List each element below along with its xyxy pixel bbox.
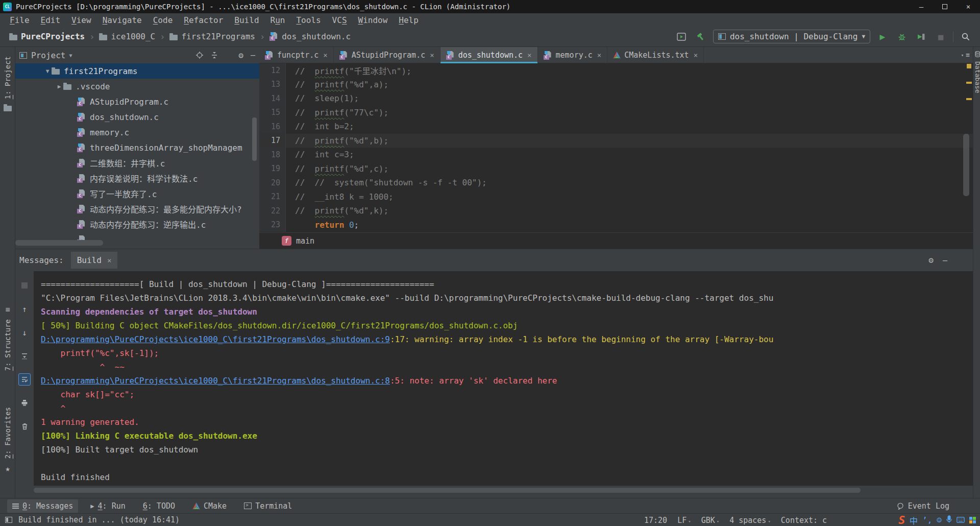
editor-line-20[interactable]: 20// // system("shutdown -s -f -t 00");	[259, 176, 973, 190]
close-icon[interactable]: ×	[694, 51, 698, 59]
tree-item-first21Programs[interactable]: ▼first21Programs	[15, 63, 259, 79]
editor-line-12[interactable]: 12// printf("千里冰封\n");	[259, 63, 973, 78]
toolwindow-button-0-messages[interactable]: 0: Messages	[7, 499, 78, 513]
menu-item-code[interactable]: Code	[148, 14, 179, 26]
ime-chinese-mode-icon[interactable]: 中	[910, 514, 918, 526]
menu-item-view[interactable]: View	[66, 14, 97, 26]
build-hammer-icon[interactable]	[694, 30, 708, 43]
tree-vertical-scrollbar[interactable]	[252, 117, 257, 161]
run-button[interactable]: ▶	[875, 30, 890, 43]
sidebar-item-structure[interactable]: ≡ 7: Structure	[0, 305, 15, 371]
stop-icon[interactable]	[18, 279, 31, 292]
print-icon[interactable]	[18, 397, 31, 409]
maximize-button[interactable]	[933, 0, 957, 13]
tree-item--.c[interactable]: C内存误差说明：科学计数法.c	[15, 171, 259, 186]
chevron-right-icon[interactable]: ▶	[55, 83, 63, 90]
editor-line-22[interactable]: 22// printf("%d",k);	[259, 204, 973, 218]
editor-line-21[interactable]: 21// __int8 k = 1000;	[259, 190, 973, 204]
tree-item-dos_shutdown.c[interactable]: Cdos_shutdown.c	[15, 109, 259, 125]
toolwindow-button-6-todo[interactable]: 6: TODO	[138, 499, 180, 513]
breadcrumb-item[interactable]: ice1000_C	[99, 32, 155, 41]
menu-item-refactor[interactable]: Refactor	[178, 14, 229, 26]
close-icon[interactable]: ×	[107, 256, 111, 265]
locate-file-icon[interactable]	[195, 51, 204, 59]
editor-line-18[interactable]: 18// int c=3;	[259, 148, 973, 162]
trash-icon[interactable]	[18, 420, 31, 433]
editor-line-23[interactable]: 23 return 0;	[259, 218, 973, 232]
keyboard-icon[interactable]	[957, 516, 965, 525]
toolwindow-button-4-run[interactable]: ▶4: Run	[85, 499, 130, 513]
editor-line-15[interactable]: 15// printf("77\c");	[259, 106, 973, 120]
code-editor[interactable]: 12// printf("千里冰封\n");13// printf("%d",a…	[259, 63, 973, 232]
close-icon[interactable]: ×	[597, 51, 601, 59]
soft-wrap-icon[interactable]	[18, 373, 31, 386]
close-icon[interactable]: ×	[527, 51, 531, 59]
hide-panel-icon[interactable]: —	[251, 51, 255, 60]
console-horizontal-scrollbar[interactable]	[34, 488, 861, 493]
toolwindow-button-cmake[interactable]: CMake	[187, 499, 232, 513]
file-link[interactable]: D:\programming\PureCProjects\ice1000_C\f…	[41, 376, 390, 386]
menu-item-window[interactable]: Window	[353, 14, 394, 26]
editor-vertical-scrollbar[interactable]	[963, 134, 969, 196]
tree-item-AStupidProgram.c[interactable]: CAStupidProgram.c	[15, 94, 259, 109]
warning-stripe-mark[interactable]	[966, 98, 972, 100]
editor-line-17[interactable]: 17// printf("%d",b);	[259, 134, 973, 148]
tree-item--.c[interactable]: C写了一半放弃了.c	[15, 186, 259, 201]
editor-line-14[interactable]: 14// sleep(1);	[259, 91, 973, 106]
tree-horizontal-scrollbar[interactable]	[15, 240, 103, 246]
tab-build[interactable]: Build ×	[71, 252, 118, 269]
arrow-up-icon[interactable]: ↑	[18, 303, 31, 315]
warning-stripe-mark[interactable]	[967, 64, 971, 68]
close-icon[interactable]: ×	[430, 51, 434, 59]
menu-item-help[interactable]: Help	[393, 14, 424, 26]
build-console[interactable]: ====================[ Build | dos_shutdo…	[34, 271, 973, 486]
tab-dos_shutdown.c[interactable]: Cdos_shutdown.c×	[440, 47, 538, 63]
file-link[interactable]: D:\programming\PureCProjects\ice1000_C\f…	[41, 334, 390, 344]
status-widget-4-spaces[interactable]: 4 spaces▾	[729, 516, 771, 525]
project-panel-title[interactable]: Project	[31, 51, 65, 60]
ime-punctuation-icon[interactable]: ’,	[922, 515, 932, 525]
collapse-all-icon[interactable]	[18, 350, 31, 362]
microphone-icon[interactable]	[946, 515, 952, 525]
gear-icon[interactable]: ⚙	[928, 255, 934, 265]
search-everywhere-icon[interactable]	[959, 30, 973, 43]
menu-item-run[interactable]: Run	[265, 14, 291, 26]
arrow-down-icon[interactable]: ↓	[18, 326, 31, 339]
menu-item-navigate[interactable]: Navigate	[97, 14, 148, 26]
tree-item-threeDimensionArray_shopManagem[interactable]: CthreeDimensionArray_shopManagem	[15, 140, 259, 155]
attach-process-button[interactable]	[914, 30, 928, 43]
breadcrumb-function-name[interactable]: main	[296, 236, 314, 246]
sidebar-item-favorites[interactable]: 2: Favorites ★	[0, 407, 15, 473]
close-icon[interactable]: ×	[323, 51, 327, 59]
hide-panel-icon[interactable]: —	[943, 255, 947, 265]
ime-emoji-icon[interactable]: ☺	[937, 515, 942, 525]
minimize-button[interactable]: –	[910, 0, 933, 13]
stop-button[interactable]: ■	[934, 30, 948, 43]
toolwindow-button-terminal[interactable]: Terminal	[239, 499, 297, 513]
tab-funcptr.c[interactable]: Cfuncptr.c×	[259, 47, 334, 63]
run-configuration-select[interactable]: dos_shutdown | Debug-Clang ▼	[713, 30, 870, 43]
tree-item--.c[interactable]: C二维数组：井字棋.c	[15, 155, 259, 171]
tab-memory.c[interactable]: Cmemory.c×	[538, 47, 608, 63]
toolwindow-run-icon[interactable]	[674, 30, 689, 43]
breadcrumb-item[interactable]: first21Programs	[169, 32, 255, 41]
toolwindow-switcher-icon[interactable]	[5, 517, 12, 523]
menu-item-file[interactable]: File	[4, 14, 35, 26]
tree-item-.vscode[interactable]: ▶.vscode	[15, 79, 259, 94]
event-log-button[interactable]: Event Log	[897, 501, 949, 511]
warning-stripe-mark[interactable]	[966, 82, 972, 84]
sogou-logo-icon[interactable]: S	[898, 514, 905, 526]
chevron-down-icon[interactable]: ▼	[43, 68, 52, 75]
breadcrumb-item[interactable]: PureCProjects	[9, 32, 85, 41]
tree-item--[interactable]: C动态内存分配练习：最多能分配内存大小?	[15, 201, 259, 217]
menu-item-build[interactable]: Build	[229, 14, 264, 26]
menu-item-tools[interactable]: Tools	[290, 14, 326, 26]
menu-item-vcs[interactable]: VCS	[327, 14, 353, 26]
tab-CMakeLists.txt[interactable]: CMakeLists.txt×	[607, 47, 704, 63]
editor-line-19[interactable]: 19// printf("%d",c);	[259, 162, 973, 176]
tree-item--.c[interactable]: C动态内存分配练习：逆序输出.c	[15, 217, 259, 232]
menu-item-edit[interactable]: Edit	[35, 14, 66, 26]
sidebar-item-project[interactable]: 1: Project	[0, 56, 15, 111]
collapse-all-icon[interactable]	[211, 52, 218, 59]
status-widget-lf[interactable]: LF▾	[677, 516, 691, 525]
